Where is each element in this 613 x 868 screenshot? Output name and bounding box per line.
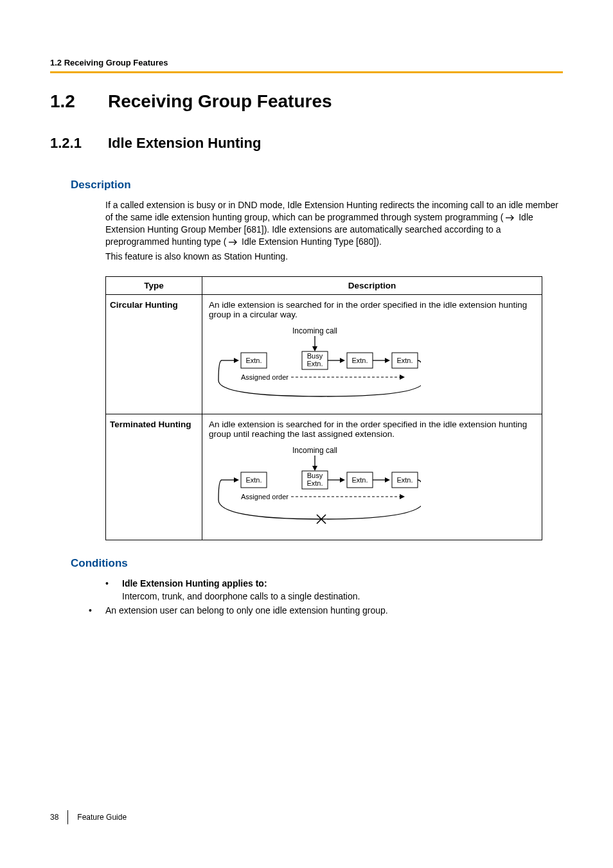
list-item: • An extension user can belong to only o… xyxy=(89,605,563,617)
table-row: Terminated Hunting An idle extension is … xyxy=(106,414,542,540)
cell-type-circular: Circular Hunting xyxy=(106,295,202,414)
svg-text:Busy: Busy xyxy=(307,352,323,360)
svg-text:Extn.: Extn. xyxy=(245,357,262,364)
bullet-icon: • xyxy=(89,605,105,617)
svg-marker-14 xyxy=(340,358,345,363)
description-paragraph-2: This feature is also known as Station Hu… xyxy=(105,251,563,263)
circular-desc-text: An idle extension is searched for in the… xyxy=(209,300,527,319)
h2-number: 1.2.1 xyxy=(50,135,108,152)
conditions-list: • Idle Extension Hunting applies to: Int… xyxy=(105,578,563,617)
cell-desc-circular: An idle extension is searched for in the… xyxy=(202,295,542,414)
hunting-table: Type Description Circular Hunting An idl… xyxy=(105,276,542,540)
circular-diagram: Incoming call Extn. Busy Extn. xyxy=(209,326,535,405)
svg-text:Extn.: Extn. xyxy=(396,357,413,364)
table-row: Circular Hunting An idle extension is se… xyxy=(106,295,542,414)
svg-text:Extn.: Extn. xyxy=(306,360,323,368)
svg-marker-42 xyxy=(400,494,405,499)
svg-text:Extn.: Extn. xyxy=(351,476,368,484)
th-type: Type xyxy=(106,277,202,295)
description-paragraph-1: If a called extension is busy or in DND … xyxy=(105,199,563,248)
footer-label: Feature Guide xyxy=(77,813,127,822)
arrow-right-icon xyxy=(229,239,239,245)
bullet-icon: • xyxy=(105,578,122,603)
page-footer: 38 Feature Guide xyxy=(50,810,127,824)
terminated-diagram: Incoming call Extn. Busy Extn. xyxy=(209,445,535,531)
cell-type-terminated: Terminated Hunting xyxy=(106,414,202,540)
svg-marker-24 xyxy=(312,466,317,471)
svg-text:Extn.: Extn. xyxy=(306,479,323,487)
cell-desc-terminated: An idle extension is searched for in the… xyxy=(202,414,542,540)
cond-b2: An extension user can belong to only one… xyxy=(105,605,388,617)
h1-title: Receiving Group Features xyxy=(108,91,332,111)
svg-text:Incoming call: Incoming call xyxy=(292,446,337,455)
svg-marker-21 xyxy=(400,375,405,380)
svg-text:Busy: Busy xyxy=(307,472,323,479)
list-item: • Idle Extension Hunting applies to: Int… xyxy=(105,578,563,603)
svg-marker-16 xyxy=(385,358,390,363)
h1-number: 1.2 xyxy=(50,91,108,112)
header-breadcrumb: 1.2 Receiving Group Features xyxy=(50,58,563,67)
cond-b1-lead: Idle Extension Hunting applies to: xyxy=(122,578,360,590)
svg-text:Extn.: Extn. xyxy=(396,476,413,484)
diagram-incoming-label: Incoming call xyxy=(292,326,337,335)
svg-text:Extn.: Extn. xyxy=(351,357,368,364)
section-h1: 1.2Receiving Group Features xyxy=(50,91,563,112)
svg-marker-3 xyxy=(312,346,317,351)
svg-marker-35 xyxy=(340,477,345,483)
th-description: Description xyxy=(202,277,542,295)
h2-title: Idle Extension Hunting xyxy=(108,135,261,151)
section-h2: 1.2.1Idle Extension Hunting xyxy=(50,135,563,152)
svg-text:Assigned order: Assigned order xyxy=(241,493,289,500)
svg-marker-18 xyxy=(234,358,239,363)
svg-marker-39 xyxy=(234,477,239,483)
page-number: 38 xyxy=(50,813,58,822)
svg-marker-37 xyxy=(385,477,390,483)
terminated-desc-text: An idle extension is searched for in the… xyxy=(209,420,527,439)
arrow-right-icon xyxy=(506,215,516,221)
desc-p1c: Idle Extension Hunting Type [680]). xyxy=(242,236,382,247)
conditions-heading: Conditions xyxy=(71,557,563,570)
description-heading: Description xyxy=(71,179,563,191)
svg-text:Assigned order: Assigned order xyxy=(241,373,289,381)
header-rule xyxy=(50,71,563,73)
desc-p1a: If a called extension is busy or in DND … xyxy=(105,200,558,222)
svg-text:Extn.: Extn. xyxy=(245,476,262,484)
cond-b1-body: Intercom, trunk, and doorphone calls to … xyxy=(122,590,360,603)
footer-divider xyxy=(67,810,68,824)
